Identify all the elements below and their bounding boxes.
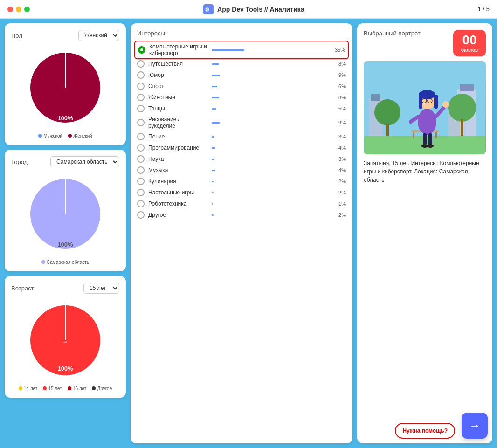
interest-percent: 4% <box>334 167 346 173</box>
interest-bar-wrap <box>212 122 331 124</box>
interest-label: Рисование / рукоделие <box>148 116 208 129</box>
right-column: Выбранный портрет 00 баллов <box>357 23 492 443</box>
next-button[interactable]: → <box>462 413 488 439</box>
minimize-dot[interactable] <box>16 7 21 12</box>
city-pie-container: 100% Самарская область <box>11 172 119 265</box>
interest-item[interactable]: Юмор9% <box>137 69 346 81</box>
interest-bar <box>212 192 214 193</box>
interest-bar-wrap <box>212 192 331 193</box>
help-label: Нужна помощь? <box>402 427 448 434</box>
svg-rect-20 <box>386 124 389 136</box>
svg-text:100%: 100% <box>57 365 73 372</box>
title-bar: ⚙ App Dev Tools // Аналитика 1 / 5 <box>0 0 497 19</box>
svg-text:1%: 1% <box>63 340 68 343</box>
gender-header: Пол Женский Мужской <box>11 30 119 41</box>
interest-bar-wrap <box>212 170 331 171</box>
interest-bar <box>212 136 214 138</box>
interest-item[interactable]: Наука3% <box>137 153 346 165</box>
gender-card: Пол Женский Мужской 100% Мужской Женский <box>5 23 126 145</box>
svg-rect-36 <box>428 133 432 145</box>
interest-label: Компьютерные игры и киберспорт <box>149 43 208 56</box>
interest-radio <box>137 71 145 79</box>
interest-label: Юмор <box>148 72 208 78</box>
svg-text:100%: 100% <box>57 241 73 248</box>
svg-point-34 <box>427 103 428 103</box>
interest-item[interactable]: Танцы5% <box>137 103 346 114</box>
interest-percent: 1% <box>334 201 346 207</box>
interest-percent: 8% <box>334 61 346 67</box>
interest-radio <box>137 133 145 140</box>
interest-bar <box>212 97 219 98</box>
interest-item[interactable]: Музыка4% <box>137 165 346 176</box>
interest-radio <box>137 155 145 163</box>
interests-card: Интересы Компьютерные игры и киберспорт3… <box>131 23 352 443</box>
svg-rect-14 <box>371 94 380 101</box>
svg-rect-24 <box>413 132 414 138</box>
interest-item[interactable]: Кулинария2% <box>137 176 346 187</box>
interest-item[interactable]: Рисование / рукоделие9% <box>137 114 346 131</box>
interest-percent: 5% <box>334 106 346 111</box>
svg-text:100%: 100% <box>57 115 73 122</box>
interest-radio <box>137 119 145 126</box>
close-dot[interactable] <box>7 7 13 12</box>
interest-item[interactable]: Робототехника1% <box>137 198 346 209</box>
maximize-dot[interactable] <box>24 7 30 12</box>
svg-point-37 <box>421 144 428 148</box>
gender-pie-chart: 100% <box>23 46 107 130</box>
city-legend: Самарская область <box>41 260 89 265</box>
interest-radio <box>137 166 145 174</box>
interest-label: Путешествия <box>148 61 208 67</box>
interest-bar-wrap <box>212 147 331 149</box>
gender-select[interactable]: Женский Мужской <box>78 30 119 41</box>
svg-point-38 <box>427 144 434 148</box>
interest-item[interactable]: Спорт6% <box>137 81 346 92</box>
portrait-image <box>364 61 486 154</box>
main-content: Пол Женский Мужской 100% Мужской Женский <box>0 19 497 448</box>
interest-bar <box>212 181 214 182</box>
age-select[interactable]: 14 лет 15 лет 16 лет Другое <box>83 283 119 294</box>
gender-legend: Мужской Женский <box>38 133 92 138</box>
interest-label: Танцы <box>148 105 208 112</box>
city-select[interactable]: Самарская область Москва <box>50 156 119 167</box>
interests-title: Интересы <box>137 30 346 37</box>
interest-radio <box>137 144 145 152</box>
interest-bar-wrap <box>212 181 331 182</box>
city-card: Город Самарская область Москва 100% Сама… <box>5 150 126 271</box>
age-legend: 14 лет 15 лет 16 лет Другое <box>19 386 112 391</box>
svg-rect-35 <box>423 133 427 145</box>
next-arrow: → <box>469 419 480 432</box>
help-button[interactable]: Нужна помощь? <box>395 423 455 439</box>
left-column: Пол Женский Мужской 100% Мужской Женский <box>5 23 126 443</box>
portrait-description: Запятыня, 15 лет. Интересы: Компьютерные… <box>364 159 486 184</box>
interest-item[interactable]: Компьютерные игры и киберспорт35% <box>134 41 349 59</box>
interest-radio <box>137 83 145 90</box>
age-legend-14: 14 лет <box>19 386 38 391</box>
interest-item[interactable]: Животные8% <box>137 92 346 103</box>
portrait-title: Выбранный портрет <box>364 30 421 37</box>
interest-bar-wrap <box>212 159 331 160</box>
interest-item[interactable]: Пение3% <box>137 131 346 142</box>
age-pie-container: 1% 100% 14 лет 15 лет 16 лет Другое <box>11 298 119 391</box>
city-legend-samara: Самарская область <box>41 260 89 265</box>
interest-item[interactable]: Другое2% <box>137 209 346 221</box>
svg-text:⚙: ⚙ <box>205 6 210 13</box>
svg-point-40 <box>442 101 449 108</box>
interest-item[interactable]: Программирование4% <box>137 142 346 153</box>
svg-rect-25 <box>435 132 437 138</box>
interest-item[interactable]: Путешествия8% <box>137 58 346 69</box>
interest-bar <box>212 63 219 65</box>
interest-bar <box>212 147 215 149</box>
interest-bar <box>212 170 215 171</box>
svg-rect-30 <box>434 95 438 109</box>
interest-bar-wrap <box>212 49 330 51</box>
svg-point-21 <box>448 94 476 122</box>
interest-radio <box>137 211 145 219</box>
interests-list: Компьютерные игры и киберспорт35%Путешес… <box>137 41 346 221</box>
age-legend-15: 15 лет <box>43 386 62 391</box>
svg-rect-16 <box>460 84 474 91</box>
interest-percent: 2% <box>334 212 346 218</box>
interest-radio <box>137 178 145 185</box>
interest-item[interactable]: Настольные игры2% <box>137 187 346 198</box>
interest-percent: 2% <box>334 190 346 195</box>
svg-point-19 <box>374 99 400 125</box>
